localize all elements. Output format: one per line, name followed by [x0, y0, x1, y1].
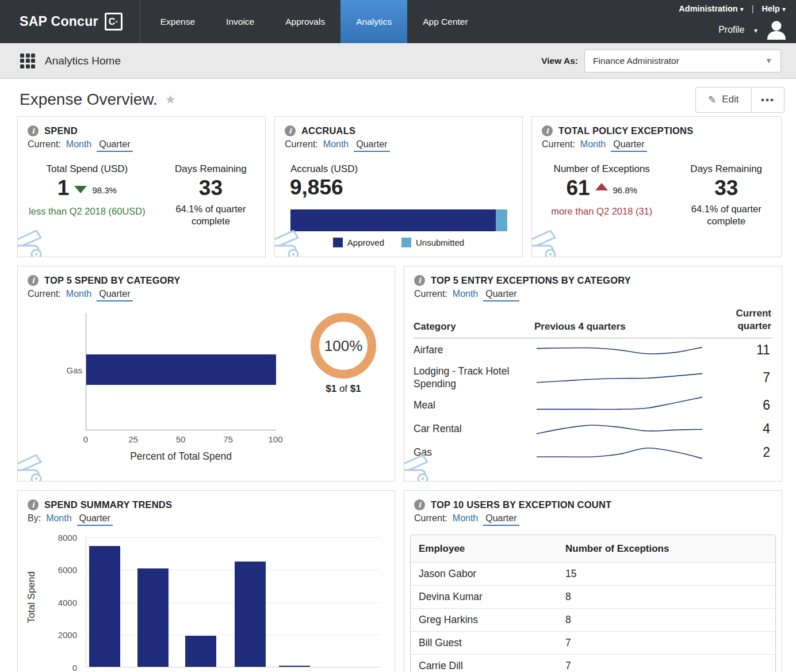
spend-card-title: SPEND: [44, 125, 78, 136]
accruals-label: Accruals (USD): [275, 150, 522, 175]
sparkline-chart: [534, 441, 705, 462]
period-label: Current:: [414, 513, 447, 523]
period-label: Current:: [28, 289, 61, 299]
month-link[interactable]: Month: [323, 139, 349, 149]
tab-analytics[interactable]: Analytics: [340, 0, 407, 43]
spend-comparison-note: less than Q2 2018 (60USD): [18, 206, 156, 217]
quarter-link[interactable]: Quarter: [611, 139, 646, 152]
quarter-link[interactable]: Quarter: [354, 139, 389, 152]
x-axis-label: Percent of Total Spend: [86, 450, 276, 463]
spend-trends-card: i SPEND SUMMARY TRENDS By:MonthQuarter T…: [17, 490, 395, 672]
employee-name: Bill Guest: [411, 637, 565, 649]
info-icon[interactable]: i: [28, 275, 39, 286]
sap-concur-logo[interactable]: SAP Concur C·: [0, 0, 140, 43]
month-link[interactable]: Month: [66, 289, 91, 299]
wallet-icon: [17, 226, 51, 257]
nav-right: Administration ▾ | Help ▾ Profile ▾: [679, 0, 796, 41]
sparkline-chart: [534, 366, 705, 387]
month-link[interactable]: Month: [580, 139, 606, 149]
legend-unsubmitted: Unsubmitted: [401, 238, 464, 247]
tab-app-center[interactable]: App Center: [407, 0, 483, 43]
grid-menu-icon[interactable]: [20, 54, 35, 68]
month-link[interactable]: Month: [453, 513, 478, 523]
top-exceptions-card: i TOP 5 ENTRY EXCEPTIONS BY CATEGORY Cur…: [404, 266, 782, 482]
days-remaining-label: Days Remaining: [671, 163, 781, 175]
view-as-select[interactable]: Finance Administrator ▼: [584, 49, 781, 72]
tab-approvals[interactable]: Approvals: [270, 0, 340, 43]
value-cell: 2: [707, 445, 772, 460]
help-menu[interactable]: Help ▾: [762, 4, 786, 13]
quarter-link[interactable]: Quarter: [483, 513, 519, 526]
edit-button-group: ✎ Edit ●●●: [695, 87, 784, 113]
more-options-button[interactable]: ●●●: [751, 87, 784, 112]
accruals-bar-unsubmitted: [496, 209, 507, 231]
favorite-star-icon[interactable]: ★: [165, 93, 176, 106]
info-icon[interactable]: i: [414, 275, 425, 286]
exception-count: 8: [565, 614, 775, 626]
tab-expense[interactable]: Expense: [145, 0, 211, 43]
quarter-link[interactable]: Quarter: [97, 289, 132, 301]
users-table-header: Employee Number of Exceptions: [411, 535, 775, 562]
info-icon[interactable]: i: [28, 125, 39, 136]
value-cell: 6: [707, 398, 772, 413]
info-icon[interactable]: i: [542, 125, 553, 136]
view-as-value: Finance Administrator: [593, 56, 679, 66]
total-spend-label: Total Spend (USD): [18, 163, 156, 175]
y-tick: 6000: [51, 565, 77, 575]
info-icon[interactable]: i: [28, 499, 39, 510]
table-row: Car Rental 4: [414, 417, 772, 441]
category-cell: Car Rental: [414, 423, 534, 436]
period-label: Current:: [285, 139, 318, 149]
decrease-arrow-icon: [74, 186, 87, 193]
profile-label: Profile: [718, 25, 744, 35]
wallet-icon: [17, 450, 51, 482]
quarter-link[interactable]: Quarter: [77, 513, 113, 526]
sparkline-chart: [534, 394, 705, 415]
category-bar: [86, 354, 276, 385]
exceptions-count-value: 61: [566, 177, 590, 198]
employee-name: Carrie Dill: [411, 660, 565, 672]
concur-logo-icon: C·: [105, 13, 123, 30]
brand-text: SAP Concur: [20, 14, 98, 29]
user-avatar-icon[interactable]: [765, 18, 788, 41]
top-nav: SAP Concur C· Expense Invoice Approvals …: [0, 0, 796, 43]
tab-invoice[interactable]: Invoice: [211, 0, 270, 43]
view-as-label: View As:: [541, 56, 578, 66]
table-row: Greg Harkins 8: [411, 608, 775, 631]
chevron-down-icon: ▼: [765, 56, 772, 65]
quarter-link[interactable]: Quarter: [483, 289, 519, 301]
table-row: Carrie Dill 7: [411, 654, 775, 672]
exception-count: 8: [565, 591, 775, 603]
top-users-card: i TOP 10 USERS BY EXCEPTION COUNT Curren…: [404, 490, 782, 672]
quarter-link[interactable]: Quarter: [97, 139, 132, 152]
value-cell: 11: [707, 342, 772, 358]
profile-menu[interactable]: Profile ▾: [718, 25, 757, 35]
top-exceptions-title: TOP 5 ENTRY EXCEPTIONS BY CATEGORY: [431, 275, 631, 286]
table-row: Lodging - Track Hotel Spending 7: [414, 362, 772, 394]
column-header-count: Number of Exceptions: [565, 543, 775, 555]
edit-button[interactable]: ✎ Edit: [696, 87, 751, 112]
x-tick: 50: [176, 434, 186, 444]
trend-bar: [279, 666, 310, 667]
wallet-icon: [404, 450, 438, 482]
nav-divider: [140, 0, 140, 43]
trend-bar: [235, 562, 266, 667]
accruals-bar-approved: [290, 209, 496, 231]
help-label: Help: [762, 4, 780, 13]
period-label: Current:: [28, 139, 61, 149]
month-link[interactable]: Month: [46, 513, 71, 523]
month-link[interactable]: Month: [66, 139, 91, 149]
sparkline-chart: [534, 418, 705, 438]
category-label: Gas: [18, 365, 82, 375]
month-link[interactable]: Month: [453, 289, 478, 299]
spend-delta: 98.3%: [92, 185, 117, 195]
administration-menu[interactable]: Administration ▾: [679, 4, 743, 13]
quarter-complete-note: 64.1% of quarter complete: [162, 203, 259, 228]
top-spend-category-card: i TOP 5 SPEND BY CATEGORY Current:MonthQ…: [17, 266, 395, 482]
trend-bar: [185, 636, 216, 667]
info-icon[interactable]: i: [285, 125, 296, 136]
quarter-complete-note: 64.1% of quarter complete: [678, 203, 775, 228]
unsubmitted-swatch: [401, 238, 411, 247]
users-table: Employee Number of Exceptions Jason Gabo…: [410, 534, 776, 672]
info-icon[interactable]: i: [414, 499, 425, 510]
